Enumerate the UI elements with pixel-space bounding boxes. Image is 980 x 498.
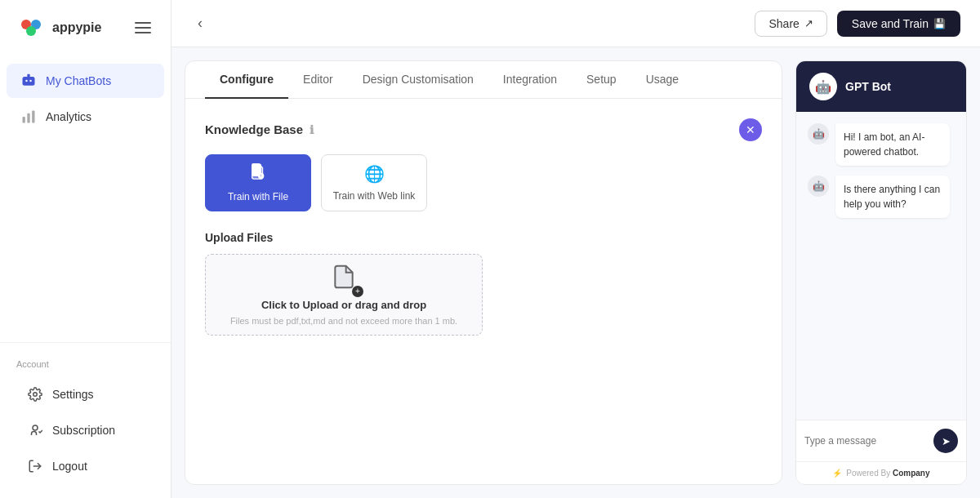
svg-point-12 bbox=[33, 425, 38, 430]
train-with-file-option[interactable]: ↑ Train with File bbox=[205, 154, 311, 211]
share-label: Share bbox=[768, 17, 799, 30]
svg-rect-10 bbox=[32, 111, 34, 123]
sidebar-nav: My ChatBots Analytics bbox=[0, 56, 171, 342]
subscription-icon bbox=[26, 421, 44, 439]
sidebar-bottom: Account Settings Subscription bbox=[0, 342, 171, 498]
hamburger-menu[interactable] bbox=[131, 19, 154, 37]
tab-editor[interactable]: Editor bbox=[288, 61, 348, 99]
tab-design-customisation[interactable]: Design Customisation bbox=[348, 61, 488, 99]
kb-title-text: Knowledge Base bbox=[205, 122, 303, 136]
topbar: ‹ Share ↗ Save and Train 💾 bbox=[172, 0, 980, 47]
svg-point-6 bbox=[29, 80, 32, 82]
share-icon: ↗ bbox=[804, 17, 813, 29]
save-train-label: Save and Train bbox=[852, 17, 929, 30]
account-label: Account bbox=[7, 356, 164, 376]
sidebar-item-logout[interactable]: Logout bbox=[13, 449, 158, 483]
powered-icon: ⚡ bbox=[832, 469, 842, 478]
subscription-label: Subscription bbox=[52, 424, 115, 437]
svg-point-11 bbox=[33, 393, 38, 397]
sidebar-item-analytics[interactable]: Analytics bbox=[7, 100, 164, 134]
chat-messages: 🤖 Hi! I am bot, an AI-powered chatbot. 🤖… bbox=[796, 112, 966, 420]
save-icon: 💾 bbox=[933, 18, 946, 29]
powered-by-text: Powered By bbox=[846, 469, 890, 478]
share-button[interactable]: Share ↗ bbox=[755, 11, 826, 37]
sidebar-item-label: Analytics bbox=[46, 110, 91, 123]
company-name: Company bbox=[893, 469, 930, 478]
analytics-icon bbox=[20, 108, 38, 126]
svg-rect-7 bbox=[27, 74, 29, 77]
train-with-web-option[interactable]: 🌐 Train with Web link bbox=[321, 154, 427, 211]
train-options: ↑ Train with File 🌐 Train with Web link bbox=[205, 154, 762, 211]
logout-icon bbox=[26, 457, 44, 475]
chat-footer: ⚡ Powered By Company bbox=[796, 461, 966, 484]
chat-box: 🤖 GPT Bot 🤖 Hi! I am bot, an AI-powered … bbox=[795, 60, 967, 485]
upload-plus-icon: + bbox=[352, 286, 363, 297]
upload-hint: Files must be pdf,txt,md and not exceed … bbox=[230, 316, 457, 326]
kb-title: Knowledge Base ℹ bbox=[205, 122, 314, 136]
content-area: Configure Editor Design Customisation In… bbox=[172, 47, 980, 498]
chat-panel: 🤖 GPT Bot 🤖 Hi! I am bot, an AI-powered … bbox=[795, 60, 967, 485]
send-button[interactable]: ➤ bbox=[933, 429, 958, 453]
chat-message-1: 🤖 Hi! I am bot, an AI-powered chatbot. bbox=[808, 123, 955, 166]
back-button[interactable]: ‹ bbox=[191, 11, 209, 35]
upload-zone[interactable]: + Click to Upload or drag and drop Files… bbox=[205, 254, 483, 336]
tab-setup[interactable]: Setup bbox=[572, 61, 631, 99]
logout-label: Logout bbox=[52, 460, 87, 473]
svg-rect-8 bbox=[23, 117, 25, 123]
train-with-file-label: Train with File bbox=[228, 191, 288, 202]
topbar-left: ‹ bbox=[191, 11, 209, 35]
settings-icon bbox=[26, 385, 44, 403]
upload-icon: + bbox=[331, 264, 357, 294]
main-content: ‹ Share ↗ Save and Train 💾 Configure Edi… bbox=[172, 0, 980, 498]
bot-avatar-msg-2: 🤖 bbox=[808, 176, 829, 197]
chat-message-2: 🤖 Is there anything I can help you with? bbox=[808, 176, 955, 218]
app-name: appypie bbox=[52, 20, 101, 35]
tab-bar: Configure Editor Design Customisation In… bbox=[185, 61, 782, 99]
file-icon: ↑ bbox=[249, 162, 267, 185]
knowledge-base-section: Knowledge Base ℹ ✕ ↑ bbox=[185, 99, 782, 355]
kb-header: Knowledge Base ℹ ✕ bbox=[205, 118, 762, 141]
sidebar-item-label: My ChatBots bbox=[46, 74, 111, 87]
drag-drop-text: or drag and drop bbox=[339, 299, 427, 311]
settings-label: Settings bbox=[52, 388, 94, 401]
sidebar-item-subscription[interactable]: Subscription bbox=[13, 413, 158, 447]
svg-point-3 bbox=[26, 26, 36, 36]
bot-name: GPT Bot bbox=[845, 80, 891, 93]
logo-area: appypie bbox=[0, 0, 171, 56]
bot-avatar: 🤖 bbox=[809, 73, 837, 100]
train-with-web-label: Train with Web link bbox=[333, 190, 416, 202]
close-button[interactable]: ✕ bbox=[739, 118, 762, 141]
message-bubble-1: Hi! I am bot, an AI-powered chatbot. bbox=[835, 123, 950, 166]
tab-configure[interactable]: Configure bbox=[205, 61, 288, 99]
message-bubble-2: Is there anything I can help you with? bbox=[835, 176, 950, 218]
appypie-logo bbox=[16, 13, 46, 42]
info-icon: ℹ bbox=[310, 123, 314, 136]
upload-title: Upload Files bbox=[205, 231, 762, 244]
sidebar: appypie My ChatBots bbox=[0, 0, 172, 498]
topbar-right: Share ↗ Save and Train 💾 bbox=[755, 11, 960, 37]
chat-header: 🤖 GPT Bot bbox=[796, 61, 966, 112]
save-train-button[interactable]: Save and Train 💾 bbox=[837, 11, 960, 37]
web-icon: 🌐 bbox=[364, 164, 385, 184]
chat-input-area: ➤ bbox=[796, 420, 966, 461]
tab-usage[interactable]: Usage bbox=[631, 61, 693, 99]
upload-section: Upload Files + Click to Upload or drag a… bbox=[205, 231, 762, 336]
svg-point-5 bbox=[25, 80, 28, 82]
svg-rect-9 bbox=[27, 113, 29, 123]
upload-text: Click to Upload or drag and drop bbox=[261, 299, 426, 311]
sidebar-item-settings[interactable]: Settings bbox=[13, 377, 158, 411]
svg-text:↑: ↑ bbox=[260, 173, 262, 178]
chatbot-icon bbox=[20, 72, 38, 90]
bot-avatar-msg: 🤖 bbox=[808, 123, 829, 145]
sidebar-item-my-chatbots[interactable]: My ChatBots bbox=[7, 64, 164, 98]
click-to-upload[interactable]: Click to Upload bbox=[261, 299, 339, 311]
content-panel: Configure Editor Design Customisation In… bbox=[185, 60, 782, 485]
chat-input[interactable] bbox=[804, 435, 929, 447]
tab-integration[interactable]: Integration bbox=[488, 61, 572, 99]
svg-rect-4 bbox=[23, 77, 35, 86]
